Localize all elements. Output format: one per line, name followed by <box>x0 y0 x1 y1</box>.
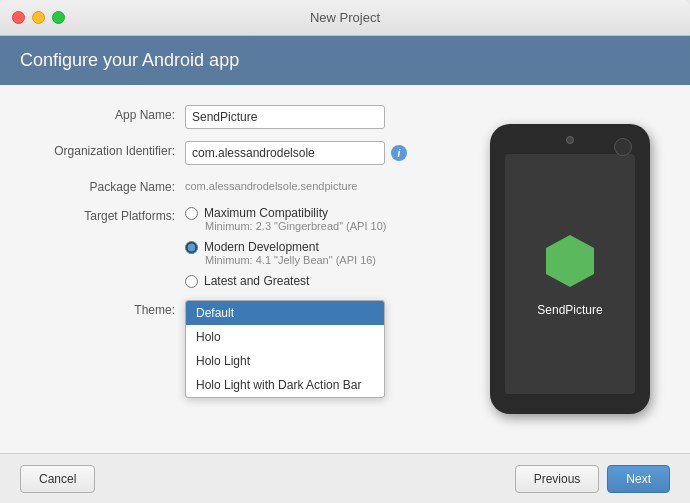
form-side: App Name: Organization Identifier: i Pac… <box>0 85 450 453</box>
target-platforms-label: Target Platforms: <box>30 206 185 223</box>
maximize-button[interactable] <box>52 11 65 24</box>
platform-subtext-0: Minimum: 2.3 "Gingerbread" (API 10) <box>205 220 420 232</box>
svg-marker-0 <box>546 235 594 287</box>
window-title: New Project <box>310 10 380 25</box>
org-id-row: Organization Identifier: i <box>30 141 420 165</box>
theme-option-default[interactable]: Default <box>186 301 384 325</box>
previous-button[interactable]: Previous <box>515 465 600 493</box>
phone-speaker <box>614 138 632 156</box>
package-name-field: com.alessandrodelsole.sendpicture <box>185 177 420 192</box>
info-icon[interactable]: i <box>391 145 407 161</box>
app-name-field <box>185 105 420 129</box>
platform-options-field: Maximum Compatibility Minimum: 2.3 "Ging… <box>185 206 420 288</box>
platform-option-0: Maximum Compatibility Minimum: 2.3 "Ging… <box>185 206 420 232</box>
org-id-label: Organization Identifier: <box>30 141 185 158</box>
phone-app-name: SendPicture <box>537 303 602 317</box>
nav-buttons: Previous Next <box>515 465 670 493</box>
close-button[interactable] <box>12 11 25 24</box>
theme-dropdown-list: Default Holo Holo Light Holo Light with … <box>185 300 385 398</box>
app-name-input[interactable] <box>185 105 385 129</box>
radio-label-row-2: Latest and Greatest <box>185 274 420 288</box>
next-button[interactable]: Next <box>607 465 670 493</box>
radio-label-row-1: Modern Development <box>185 240 420 254</box>
theme-row: Theme: Default Holo Holo Light Holo Ligh… <box>30 300 420 398</box>
platform-option-2: Latest and Greatest <box>185 274 420 288</box>
platform-label-1: Modern Development <box>204 240 319 254</box>
phone-screen: SendPicture <box>505 154 635 394</box>
window-controls <box>12 11 65 24</box>
theme-option-holo-light[interactable]: Holo Light <box>186 349 384 373</box>
header-bar: Configure your Android app <box>0 36 690 85</box>
org-id-field: i <box>185 141 420 165</box>
theme-option-holo-light-dark[interactable]: Holo Light with Dark Action Bar <box>186 373 384 397</box>
title-bar: New Project <box>0 0 690 36</box>
package-name-value: com.alessandrodelsole.sendpicture <box>185 177 420 192</box>
bottom-bar: Cancel Previous Next <box>0 453 690 503</box>
package-name-label: Package Name: <box>30 177 185 194</box>
app-icon <box>540 231 600 291</box>
platform-radio-0[interactable] <box>185 207 198 220</box>
radio-label-row-0: Maximum Compatibility <box>185 206 420 220</box>
platform-radio-2[interactable] <box>185 275 198 288</box>
page-title: Configure your Android app <box>20 50 670 71</box>
theme-dropdown: Default Holo Holo Light Holo Light with … <box>185 300 385 398</box>
platform-label-2: Latest and Greatest <box>204 274 309 288</box>
theme-field: Default Holo Holo Light Holo Light with … <box>185 300 420 398</box>
platform-subtext-1: Minimum: 4.1 "Jelly Bean" (API 16) <box>205 254 420 266</box>
platform-label-0: Maximum Compatibility <box>204 206 328 220</box>
org-field-wrapper: i <box>185 141 420 165</box>
content-area: App Name: Organization Identifier: i Pac… <box>0 85 690 453</box>
main-content: Configure your Android app App Name: Org… <box>0 36 690 503</box>
org-id-input[interactable] <box>185 141 385 165</box>
minimize-button[interactable] <box>32 11 45 24</box>
theme-option-holo[interactable]: Holo <box>186 325 384 349</box>
app-name-label: App Name: <box>30 105 185 122</box>
cancel-button[interactable]: Cancel <box>20 465 95 493</box>
radio-group: Maximum Compatibility Minimum: 2.3 "Ging… <box>185 206 420 288</box>
phone-camera <box>566 136 574 144</box>
theme-label: Theme: <box>30 300 185 317</box>
target-platforms-row: Target Platforms: Maximum Compatibility … <box>30 206 420 288</box>
package-name-row: Package Name: com.alessandrodelsole.send… <box>30 177 420 194</box>
phone-mockup: SendPicture <box>490 124 650 414</box>
hexagon-icon <box>540 231 600 291</box>
platform-option-1: Modern Development Minimum: 4.1 "Jelly B… <box>185 240 420 266</box>
platform-radio-1[interactable] <box>185 241 198 254</box>
app-name-row: App Name: <box>30 105 420 129</box>
phone-side: SendPicture <box>450 85 690 453</box>
